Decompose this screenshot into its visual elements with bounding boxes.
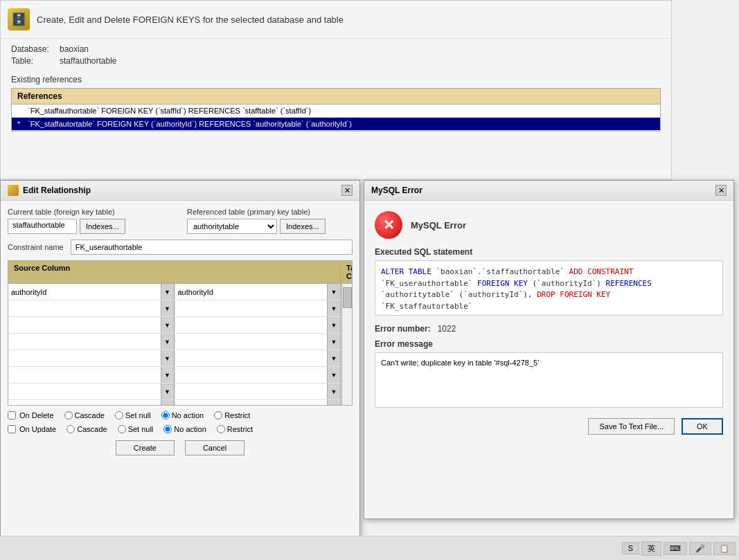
target-input-8[interactable]: [175, 400, 328, 406]
target-dropdown-arrow-8[interactable]: ▼: [327, 400, 341, 406]
on-delete-set-null[interactable]: Set null: [115, 411, 151, 419]
edit-dialog-content: Current table (foreign key table) staffa…: [1, 201, 359, 462]
target-cell-7: ▼: [175, 383, 342, 399]
on-delete-cascade[interactable]: Cascade: [64, 411, 105, 419]
sql-drop-name: `FK_staffautortable`: [381, 302, 472, 311]
indexes-btn-1[interactable]: Indexes...: [80, 219, 125, 234]
target-input-2[interactable]: [175, 300, 328, 316]
scrollbar-thumb[interactable]: [343, 287, 352, 308]
reference-text-2: `FK_staffautortable` FOREIGN KEY (`autho…: [28, 120, 352, 128]
source-input-1[interactable]: [8, 284, 161, 300]
on-update-section: On Update Cascade Set null No action: [8, 425, 353, 433]
on-delete-checkbox[interactable]: [8, 411, 16, 419]
edit-dialog-title: Edit Relationship: [8, 185, 91, 196]
on-delete-no-action[interactable]: No action: [161, 411, 204, 419]
source-dropdown-arrow-1[interactable]: ▼: [161, 284, 175, 300]
taskbar-item-2[interactable]: 英: [641, 541, 661, 556]
error-close-button[interactable]: ✕: [715, 185, 727, 196]
table-label: Table:: [11, 56, 60, 66]
source-dropdown-arrow-8[interactable]: ▼: [161, 400, 175, 406]
target-input-6[interactable]: [175, 367, 328, 383]
source-dropdown-arrow-4[interactable]: ▼: [161, 334, 175, 350]
edit-dialog-icon: [8, 185, 19, 196]
mapping-scrollbar[interactable]: [341, 284, 352, 406]
cancel-button[interactable]: Cancel: [185, 440, 244, 455]
target-dropdown-arrow-4[interactable]: ▼: [327, 334, 341, 350]
error-dialog-title: MySQL Error: [371, 186, 422, 195]
constraint-name-row: Constraint name: [8, 240, 353, 255]
target-dropdown-arrow-6[interactable]: ▼: [327, 367, 341, 383]
sql-add-constraint: ADD CONSTRAINT: [569, 267, 634, 276]
mapping-row-8: ▼ ▼: [8, 400, 341, 406]
referenced-table-label: Referenced table (primary key table): [187, 208, 353, 216]
existing-refs-label: Existing references: [1, 71, 671, 88]
on-update-checkbox[interactable]: [8, 425, 16, 433]
sql-alter: ALTER TABLE: [381, 267, 431, 276]
taskbar-item-4[interactable]: 🎤: [689, 542, 711, 555]
source-input-3[interactable]: [8, 317, 161, 333]
target-dropdown-arrow-3[interactable]: ▼: [327, 317, 341, 333]
on-delete-section: On Delete Cascade Set null No action: [8, 411, 353, 419]
main-title: Create, Edit and Delete FOREIGN KEYS for…: [37, 15, 344, 25]
create-button[interactable]: Create: [116, 440, 175, 455]
referenced-table-section: Referenced table (primary key table) aut…: [187, 208, 353, 234]
edit-dialog-titlebar: Edit Relationship ✕: [1, 181, 359, 201]
referenced-table-dropdown[interactable]: authoritytable: [187, 219, 277, 234]
source-cell-6: ▼: [8, 367, 175, 383]
target-dropdown-arrow-2[interactable]: ▼: [327, 300, 341, 316]
target-dropdown-arrow-5[interactable]: ▼: [327, 350, 341, 366]
on-update-cascade[interactable]: Cascade: [66, 425, 107, 433]
source-input-8[interactable]: [8, 400, 161, 406]
target-dropdown-arrow-7[interactable]: ▼: [327, 383, 341, 399]
on-delete-radio-group: Cascade Set null No action Restrict: [64, 411, 251, 419]
source-dropdown-arrow-5[interactable]: ▼: [161, 350, 175, 366]
save-to-text-button[interactable]: Save To Text File...: [588, 418, 675, 435]
on-delete-restrict[interactable]: Restrict: [214, 411, 250, 419]
column-mapping-table: Source Column Target Column ▼ ▼: [8, 260, 353, 406]
source-dropdown-arrow-6[interactable]: ▼: [161, 367, 175, 383]
source-input-6[interactable]: [8, 367, 161, 383]
error-content: ✕ MySQL Error Executed SQL statement ALT…: [364, 201, 733, 445]
target-input-4[interactable]: [175, 334, 328, 350]
target-cell-1: ▼: [175, 284, 342, 300]
taskbar-item-3[interactable]: ⌨: [664, 542, 687, 555]
target-input-7[interactable]: [175, 383, 328, 399]
referenced-table-selector: authoritytable Indexes...: [187, 219, 353, 234]
target-input-3[interactable]: [175, 317, 328, 333]
main-panel: 🗄️ Create, Edit and Delete FOREIGN KEYS …: [0, 0, 672, 180]
edit-dialog-close-button[interactable]: ✕: [341, 185, 353, 196]
source-dropdown-arrow-2[interactable]: ▼: [161, 300, 175, 316]
error-message-label: Error message: [375, 339, 723, 349]
source-cell-7: ▼: [8, 383, 175, 399]
current-table-selector: staffauthortable Indexes...: [8, 219, 173, 234]
mapping-row-4: ▼ ▼: [8, 334, 341, 350]
on-update-restrict[interactable]: Restrict: [217, 425, 253, 433]
error-header-row: ✕ MySQL Error: [375, 211, 723, 239]
source-input-2[interactable]: [8, 300, 161, 316]
source-input-5[interactable]: [8, 350, 161, 366]
target-input-1[interactable]: [175, 284, 328, 300]
table-row[interactable]: * `FK_staffautortable` FOREIGN KEY (`aut…: [12, 118, 660, 131]
sql-table-ref: `baoxian`.`staffauthortable`: [436, 267, 569, 276]
table-row[interactable]: `FK_staffauthortable` FOREIGN KEY (`staf…: [12, 105, 660, 118]
on-update-no-action[interactable]: No action: [163, 425, 206, 433]
mapping-rows-wrapper: ▼ ▼ ▼: [8, 284, 352, 406]
source-dropdown-arrow-3[interactable]: ▼: [161, 317, 175, 333]
ok-button[interactable]: OK: [682, 418, 723, 435]
source-cell-2: ▼: [8, 300, 175, 316]
target-dropdown-arrow-1[interactable]: ▼: [327, 284, 341, 300]
on-delete-label: On Delete: [19, 411, 54, 419]
target-input-5[interactable]: [175, 350, 328, 366]
source-input-4[interactable]: [8, 334, 161, 350]
table-headers: Current table (foreign key table) staffa…: [8, 208, 353, 234]
source-dropdown-arrow-7[interactable]: ▼: [161, 383, 175, 399]
source-input-7[interactable]: [8, 383, 161, 399]
constraint-name-input[interactable]: [71, 240, 353, 255]
taskbar-item-5[interactable]: 📋: [713, 542, 736, 555]
taskbar: S 英 ⌨ 🎤 📋: [0, 536, 739, 560]
mysql-error-dialog: MySQL Error ✕ ✕ MySQL Error Executed SQL…: [364, 180, 734, 519]
indexes-btn-2[interactable]: Indexes...: [280, 219, 326, 234]
on-update-set-null[interactable]: Set null: [118, 425, 154, 433]
mapping-row-2: ▼ ▼: [8, 300, 341, 317]
taskbar-item-1[interactable]: S: [622, 542, 639, 554]
